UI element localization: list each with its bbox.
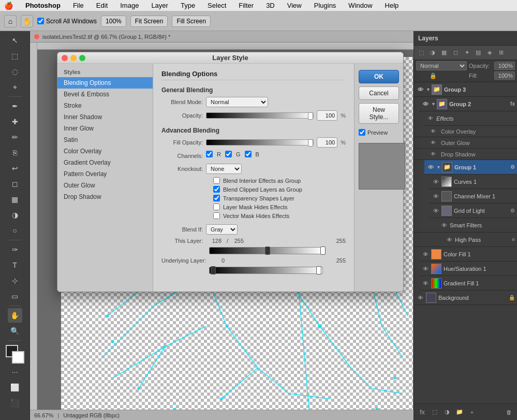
vector-mask-checkbox[interactable] [213,212,220,219]
sidebar-item-pattern-overlay[interactable]: Pattern Overlay [57,168,153,180]
brush-tool-icon[interactable]: ✏ [8,130,22,144]
home-icon[interactable]: ⌂ [4,15,17,27]
group1-visibility[interactable]: 👁 [426,164,435,170]
this-layer-slider[interactable] [209,247,323,254]
high-pass-visibility[interactable]: 👁 [445,237,453,243]
scroll-windows-checkbox[interactable] [37,18,44,24]
layer-color-overlay[interactable]: 👁 Color Overlay [414,126,517,137]
layer-style-dialog[interactable]: Layer Style Styles Blending Options Beve… [57,52,404,292]
menu-3d[interactable]: 3D [264,2,277,9]
sidebar-item-outer-glow[interactable]: Outer Glow [57,180,153,191]
ok-button[interactable]: OK [359,70,399,83]
layer-group1[interactable]: 👁 ▼ 📁 Group 1 ⚙ [424,160,517,175]
menu-help[interactable]: Help [383,2,401,9]
channel-b-checkbox[interactable] [245,151,252,157]
menu-select[interactable]: Select [205,2,228,9]
layer-effects-header[interactable]: 👁 Effects [424,111,517,126]
blend-interior-checkbox[interactable] [213,177,220,184]
crop-tool-icon[interactable]: ⌖ [8,80,22,94]
menu-layer[interactable]: Layer [149,2,170,9]
preview-checkbox[interactable] [359,129,365,136]
filter-pixel-icon[interactable]: ▦ [439,48,449,58]
menu-type[interactable]: Type [179,2,197,9]
menu-plugins[interactable]: Plugins [312,2,338,9]
underlying-slider[interactable] [209,267,323,274]
transparency-shapes-checkbox[interactable] [213,195,220,201]
gradient-tool-icon[interactable]: ▦ [8,192,22,207]
sidebar-item-stroke[interactable]: Stroke [57,100,153,111]
gradient-fill-visibility[interactable]: 👁 [421,280,430,286]
filter-shape-icon[interactable]: ◻ [450,48,461,58]
sidebar-item-satin[interactable]: Satin [57,134,153,146]
new-style-button[interactable]: New Style... [359,103,399,124]
shape-tool-icon[interactable]: ▭ [8,289,22,303]
selection-tool-icon[interactable]: ⬚ [8,49,22,63]
sidebar-item-inner-shadow[interactable]: Inner Shadow [57,111,153,123]
underlying-right-thumb[interactable] [316,266,321,274]
blend-clipped-checkbox[interactable] [213,186,220,193]
layer-background[interactable]: 👁 Background 🔒 [414,291,517,305]
filter-artboard-icon[interactable]: ⊞ [496,48,506,58]
layer-grid-light[interactable]: 👁 Grid of Light ⚙ [430,204,517,218]
eraser-tool-icon[interactable]: ◻ [8,177,22,191]
new-layer-button[interactable]: + [467,407,477,417]
smart-filters-visibility[interactable]: 👁 [440,222,448,228]
opacity-slider[interactable] [206,112,314,119]
lasso-tool-icon[interactable]: ◌ [8,64,22,79]
fill-opacity-slider[interactable] [206,139,314,146]
dodge-tool-icon[interactable]: ○ [8,223,22,238]
menu-window[interactable]: Window [346,2,374,9]
hue-sat-visibility[interactable]: 👁 [421,266,430,272]
quick-mask-icon[interactable]: ⬜ [8,380,22,395]
background-color[interactable] [12,351,24,364]
group1-expand-icon[interactable]: ▼ [436,165,441,170]
opacity-input[interactable] [317,110,337,121]
filter-smart-icon[interactable]: ✦ [462,48,472,58]
menu-file[interactable]: File [71,2,86,9]
menu-view[interactable]: View [285,2,304,9]
sidebar-item-drop-shadow[interactable]: Drop Shadow [57,191,153,202]
cancel-button[interactable]: Cancel [359,86,399,100]
layer-group2[interactable]: 👁 ▼ 📁 Group 2 fx [419,97,517,111]
hand-tool-panel-icon[interactable]: ✋ [8,308,22,323]
layer-mask-checkbox[interactable] [213,204,220,210]
new-group-button[interactable]: 📁 [454,407,465,417]
eyedropper-tool-icon[interactable]: ✒ [8,99,22,113]
layer-gradient-fill[interactable]: 👁 Gradient Fill 1 [419,276,517,291]
layer-group3[interactable]: 👁 ▼ 📁 Group 3 [414,82,517,97]
grid-light-visibility[interactable]: 👁 [432,208,440,214]
move-tool-icon[interactable]: ↖ [8,33,22,48]
color-overlay-visibility[interactable]: 👁 [431,128,439,134]
add-fx-button[interactable]: fx [417,407,427,417]
filter-selected-icon[interactable]: ◈ [484,48,495,58]
layer-hue-sat[interactable]: 👁 Hue/Saturation 1 [419,262,517,276]
zoom-display[interactable]: 100% [101,16,126,27]
menu-filter[interactable]: Filter [237,2,256,9]
filter-type-icon[interactable]: ⬚ [416,48,426,58]
add-mask-button[interactable]: ⬚ [430,407,440,417]
effects-visibility[interactable]: 👁 [426,115,435,121]
layer-color-fill[interactable]: 👁 Color Fill 1 [419,247,517,262]
maximize-button[interactable] [79,55,85,61]
zoom-tool-icon[interactable]: 🔍 [8,324,22,338]
layer-smart-filters[interactable]: 👁 Smart Filters [414,218,517,233]
blend-mode-dropdown[interactable]: Normal [416,61,467,70]
sidebar-item-blending[interactable]: Blending Options [57,77,153,89]
opacity-input[interactable] [494,62,515,70]
delete-layer-button[interactable]: 🗑 [504,407,514,417]
layer-channel-mixer[interactable]: 👁 Channel Mixer 1 [430,189,517,204]
channel-g-checkbox[interactable] [225,151,232,157]
sidebar-item-gradient-overlay[interactable]: Gradient Overlay [57,157,153,168]
background-visibility[interactable]: 👁 [416,295,424,301]
fill-input[interactable] [494,71,515,80]
layer-outer-glow[interactable]: 👁 Outer Glow [414,137,517,149]
pen-tool-icon[interactable]: ✑ [8,242,22,257]
sidebar-item-inner-glow[interactable]: Inner Glow [57,123,153,134]
channel-r-checkbox[interactable] [206,151,213,157]
knockout-select[interactable]: None Shallow Deep [206,164,242,174]
layer-drop-shadow[interactable]: 👁 Drop Shadow [414,149,517,160]
menu-edit[interactable]: Edit [94,2,110,9]
minimize-button[interactable] [70,55,77,61]
history-tool-icon[interactable]: ↩ [8,161,22,176]
curves1-visibility[interactable]: 👁 [432,179,440,185]
